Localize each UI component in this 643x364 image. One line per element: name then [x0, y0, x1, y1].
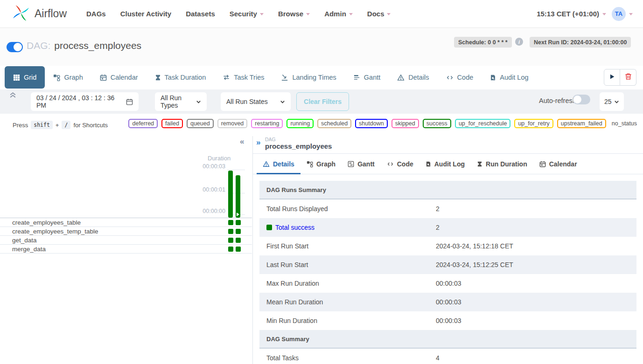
table-row: First Run Start 2024-03-24, 15:12:18 CET [259, 237, 636, 255]
chevron-down-icon [306, 13, 310, 15]
state-badge-queued[interactable]: queued [187, 119, 214, 128]
state-badge-running[interactable]: running [287, 119, 314, 128]
dag-run-bar-1[interactable] [228, 171, 233, 218]
tab-landing-times[interactable]: Landing Times [273, 66, 344, 89]
tab-task-duration[interactable]: Task Duration [147, 66, 215, 89]
timezone-selector[interactable]: 15:13 CET (+01:00) [537, 10, 606, 18]
panel-kind-label: DAG [265, 137, 276, 142]
nav-item-docs[interactable]: Docs [367, 10, 391, 18]
collapse-filters-icon[interactable] [9, 91, 17, 101]
task-instance-square[interactable] [236, 229, 241, 234]
grid-panel: « Duration 00:00:03 00:00:01 00:00:00 cr… [0, 136, 252, 364]
task-name[interactable]: create_employees_table [12, 219, 81, 226]
success-swatch [266, 225, 272, 230]
panel-tab-run-duration[interactable]: Run Duration [471, 154, 533, 174]
run-types-select[interactable]: All Run Types [155, 92, 207, 111]
state-badge-up-for-reschedule[interactable]: up_for_reschedule [455, 119, 511, 128]
task-name[interactable]: merge_data [12, 246, 46, 253]
manual-run-marker-icon [237, 213, 239, 216]
task-instance-square[interactable] [228, 229, 233, 234]
nav-item-cluster-activity[interactable]: Cluster Activity [120, 10, 171, 18]
dag-label: DAG: [27, 40, 50, 51]
panel-tab-code[interactable]: Code [381, 154, 419, 174]
nav-item-admin[interactable]: Admin [324, 10, 353, 18]
calendar-icon [126, 98, 133, 105]
task-instance-square[interactable] [228, 220, 233, 225]
details-panel-header: » DAG process_employees [253, 136, 643, 154]
run-states-select[interactable]: All Run States [221, 92, 291, 111]
collapse-grid-icon[interactable]: « [240, 137, 244, 146]
state-badge-restarting[interactable]: restarting [251, 119, 283, 128]
table-row: Max Run Duration 00:00:03 [259, 274, 636, 293]
state-badge-skipped[interactable]: skipped [391, 119, 419, 128]
task-instance-square[interactable] [236, 247, 241, 252]
task-name[interactable]: get_data [12, 237, 37, 244]
base-date-input[interactable]: 03 / 24 / 2024 , 03 : 12 : 36 PM [31, 92, 139, 111]
nav-item-dags[interactable]: DAGs [86, 10, 106, 18]
hourglass-icon [477, 161, 482, 167]
state-badge-up-for-retry[interactable]: up_for_retry [514, 119, 553, 128]
nav-item-datasets[interactable]: Datasets [186, 10, 215, 18]
airflow-brand[interactable]: Airflow [12, 4, 67, 24]
user-menu[interactable]: TA [612, 7, 633, 21]
tab-code[interactable]: Code [438, 66, 482, 89]
repeat-icon [223, 74, 230, 81]
gantt-icon [348, 161, 354, 167]
dag-name: process_employees [54, 40, 141, 51]
grid-icon [13, 74, 20, 81]
task-row: create_employees_temp_table [0, 227, 252, 236]
tab-graph[interactable]: Graph [45, 66, 91, 89]
state-badge-deferred[interactable]: deferred [128, 119, 158, 128]
chevron-down-icon [280, 99, 285, 104]
tab-gantt[interactable]: Gantt [345, 66, 389, 89]
duration-axis-label: Duration [208, 155, 231, 162]
page-size-select[interactable]: 25 [600, 92, 624, 111]
task-instance-square[interactable] [228, 238, 233, 243]
brand-name: Airflow [35, 7, 67, 20]
panel-tab-calendar[interactable]: Calendar [533, 154, 583, 174]
state-badge-upstream-failed[interactable]: upstream_failed [557, 119, 606, 128]
nav-item-security[interactable]: Security [230, 10, 264, 18]
state-badge-failed[interactable]: failed [161, 119, 183, 128]
state-badge-removed[interactable]: removed [217, 119, 248, 128]
panel-tab-audit-log[interactable]: Audit Log [419, 154, 471, 174]
dag-pause-toggle[interactable] [7, 42, 23, 52]
task-list: create_employees_table create_employees_… [0, 218, 252, 254]
state-badge-success[interactable]: success [423, 119, 451, 128]
panel-tab-graph[interactable]: Graph [301, 154, 342, 174]
graph-icon [53, 74, 60, 81]
tab-grid[interactable]: Grid [5, 66, 45, 89]
clear-filters-button[interactable]: Clear Filters [296, 92, 349, 111]
panel-tab-details[interactable]: Details [257, 154, 301, 174]
chevron-down-icon [387, 13, 391, 15]
task-name[interactable]: create_employees_temp_table [12, 228, 98, 235]
tab-audit-log[interactable]: Audit Log [482, 66, 537, 89]
tab-calendar[interactable]: Calendar [91, 66, 147, 89]
tab-task-tries[interactable]: Task Tries [214, 66, 273, 89]
slash-key: / [62, 121, 70, 129]
trigger-dag-button[interactable] [604, 69, 620, 86]
total-success-link[interactable]: Total success [275, 224, 315, 231]
task-instance-square[interactable] [236, 238, 241, 243]
expand-panel-icon[interactable]: » [256, 138, 260, 147]
state-badge-no-status: no_status [610, 120, 637, 127]
graph-icon [307, 161, 313, 167]
state-badge-shutdown[interactable]: shutdown [355, 119, 388, 128]
nav-menu: DAGs Cluster Activity Datasets Security … [86, 10, 391, 18]
nav-item-browse[interactable]: Browse [278, 10, 310, 18]
dag-run-bar-2[interactable] [236, 175, 240, 218]
auto-refresh-toggle[interactable] [573, 95, 590, 104]
calendar-icon [539, 161, 546, 167]
task-instance-square[interactable] [228, 247, 233, 252]
tab-details[interactable]: Details [389, 66, 437, 89]
dag-header: DAG:process_employees Schedule: 0 0 * * … [0, 28, 643, 66]
delete-dag-button[interactable] [620, 69, 636, 86]
task-instance-square[interactable] [236, 220, 241, 225]
top-navbar: Airflow DAGs Cluster Activity Datasets S… [0, 0, 643, 28]
axis-tick: 00:00:00 [196, 208, 225, 214]
panel-tab-gantt[interactable]: Gantt [342, 154, 381, 174]
table-row: Total success 2 [259, 218, 636, 237]
info-icon[interactable]: i [515, 38, 523, 46]
chevron-down-icon [349, 13, 353, 15]
state-badge-scheduled[interactable]: scheduled [317, 119, 351, 128]
